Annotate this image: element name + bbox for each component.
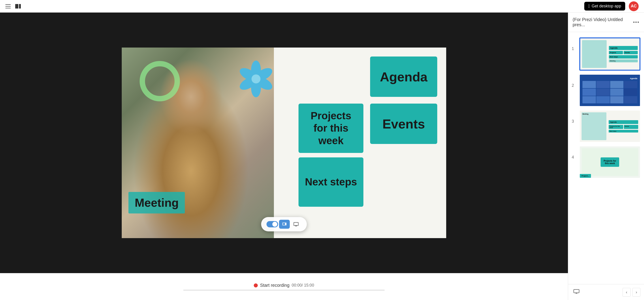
slide-item-4[interactable]: 4 Projects forthis week Project... <box>568 144 644 180</box>
record-dot-icon <box>254 283 258 287</box>
svg-rect-10 <box>294 222 298 226</box>
toggle-control[interactable] <box>266 221 278 227</box>
recording-current-time: 00:00/ 15:00 <box>292 283 314 288</box>
thumb1-row2: Next steps <box>609 55 638 59</box>
nextsteps-card: Next steps <box>298 158 364 207</box>
hamburger-menu-icon[interactable] <box>5 4 11 8</box>
thumb1-nextsteps: Next steps <box>609 55 638 59</box>
thumb1-row: Projects Events <box>609 51 638 54</box>
agenda-card: Agenda <box>370 57 437 97</box>
slide-number-3: 3 <box>572 119 576 124</box>
start-recording-label: Start recording <box>260 283 289 288</box>
recording-info: Start recording 00:00/ 15:00 <box>254 283 314 288</box>
controls-bar <box>261 217 307 231</box>
slide-number-2: 2 <box>572 83 576 88</box>
slides-list: 1 Agenda Projects Events Next steps <box>568 32 644 284</box>
thumb3-left: Meeting <box>582 112 606 140</box>
get-desktop-button[interactable]:  Get desktop app <box>584 2 625 11</box>
main-content: Meeting <box>0 13 644 300</box>
top-bar-left <box>5 4 21 9</box>
slide-thumb-wrapper-3: Meeting Agenda Projects for this week Ev… <box>579 110 640 142</box>
slide-item-2[interactable]: 2 Agenda <box>568 72 644 108</box>
thumb2-agenda: Agenda <box>582 77 637 80</box>
monitor-icon <box>293 222 299 227</box>
thumb2-bg: Agenda <box>580 75 640 106</box>
nav-arrow-group: ‹ › <box>622 288 640 297</box>
thumb1-projects: Projects <box>609 51 623 54</box>
top-bar-right:  Get desktop app AC <box>584 1 639 11</box>
svg-rect-9 <box>283 223 285 225</box>
slide-thumb-4: Projects forthis week Project... <box>580 146 640 178</box>
slide-item-1[interactable]: 1 Agenda Projects Events Next steps <box>568 36 644 72</box>
projects-card: Projects for this week <box>298 104 364 153</box>
slide-thumb-wrapper-1: Agenda Projects Events Next steps Meetin… <box>579 38 640 71</box>
sidebar-title: (For Prezi Video) Untitled pres... <box>572 17 633 27</box>
thumb4-card: Projects forthis week <box>600 158 620 167</box>
thumb3-right: Agenda Projects for this week Events Nex… <box>609 120 638 132</box>
top-bar:  Get desktop app AC <box>0 0 644 13</box>
get-desktop-label: Get desktop app <box>592 4 621 9</box>
presentation-container: Meeting <box>0 13 568 273</box>
slide-thumb-wrapper-4: Projects forthis week Project... <box>579 146 640 178</box>
slide-viewer: Meeting <box>122 48 446 238</box>
thumb1-events: Events <box>624 51 638 54</box>
thumb2-grid <box>582 81 637 103</box>
svg-rect-13 <box>574 289 579 293</box>
progress-bar[interactable] <box>183 290 385 290</box>
prev-slide-button[interactable]: ‹ <box>622 288 630 297</box>
sidebar-header: (For Prezi Video) Untitled pres... ••• <box>568 13 644 32</box>
slide-view-button[interactable] <box>279 220 290 229</box>
recording-bar: Start recording 00:00/ 15:00 <box>0 273 568 300</box>
thumb1-meeting: Meeting <box>609 59 638 62</box>
apple-icon:  <box>588 4 590 9</box>
nextsteps-label: Next steps <box>305 176 357 188</box>
sidebar-bottom-nav: ‹ › <box>568 284 644 300</box>
slide-thumb-1: Agenda Projects Events Next steps Meetin… <box>580 38 640 70</box>
thumb1-agenda: Agenda <box>609 46 638 50</box>
events-label: Events <box>382 116 425 131</box>
present-mode-button[interactable] <box>572 287 581 297</box>
meeting-badge: Meeting <box>128 192 185 213</box>
avatar[interactable]: AC <box>629 1 639 11</box>
thumb3-row1: Projects for this week Events <box>609 125 638 129</box>
svg-point-6 <box>252 74 260 83</box>
flower-decoration <box>234 57 278 101</box>
agenda-label: Agenda <box>380 69 428 84</box>
projects-label: Projects for this week <box>303 110 359 147</box>
next-slide-button[interactable]: › <box>632 288 640 297</box>
thumb4-bottom: Project... <box>580 174 591 178</box>
green-ring-decoration <box>140 61 180 101</box>
thumb3-nextsteps: Next steps <box>609 130 638 132</box>
thumb4-bg: Projects forthis week <box>582 148 638 176</box>
thumb1-right: Agenda Projects Events Next steps Meetin… <box>609 46 638 62</box>
slide-thumb-3: Meeting Agenda Projects for this week Ev… <box>580 110 640 142</box>
slide-number-1: 1 <box>572 46 576 51</box>
sidebar-toggle-icon[interactable] <box>15 4 21 9</box>
video-area: Meeting <box>0 13 568 300</box>
sidebar-panel: (For Prezi Video) Untitled pres... ••• 1… <box>568 13 644 300</box>
slide-icon <box>282 222 287 227</box>
thumb1-left <box>582 40 607 68</box>
thumb3-events: Events <box>624 125 638 129</box>
present-mode-icon <box>574 289 579 294</box>
monitor-view-button[interactable] <box>291 220 302 229</box>
slide-thumb-wrapper-2: Agenda <box>579 74 640 106</box>
slide-item-3[interactable]: 3 Meeting Agenda Projects for this week … <box>568 108 644 144</box>
slide-thumb-2: Agenda <box>580 75 640 106</box>
slide-number-4: 4 <box>572 155 576 160</box>
thumb3-projects: Projects for this week <box>609 125 623 129</box>
more-options-button[interactable]: ••• <box>633 19 640 25</box>
events-card: Events <box>370 104 437 144</box>
thumb3-agenda: Agenda <box>609 120 638 124</box>
meeting-label: Meeting <box>135 196 178 209</box>
